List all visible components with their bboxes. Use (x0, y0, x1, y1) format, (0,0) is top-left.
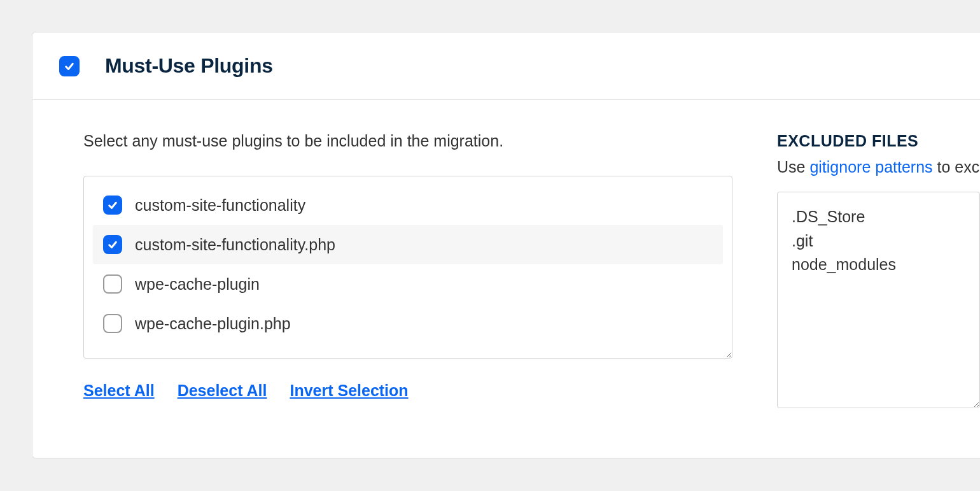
invert-selection-link[interactable]: Invert Selection (290, 381, 408, 400)
plugin-checkbox[interactable] (103, 235, 122, 254)
deselect-all-link[interactable]: Deselect All (178, 381, 267, 400)
plugin-checkbox[interactable] (103, 314, 122, 333)
panel-title: Must-Use Plugins (105, 54, 273, 78)
select-all-link[interactable]: Select All (83, 381, 155, 400)
section-toggle-checkbox[interactable] (59, 56, 80, 76)
plugin-label: wpe-cache-plugin (135, 275, 260, 294)
must-use-plugins-panel: Must-Use Plugins Select any must-use plu… (32, 32, 980, 459)
plugin-label: custom-site-functionality (135, 196, 305, 215)
excluded-desc-prefix: Use (777, 158, 809, 176)
plugin-checkbox[interactable] (103, 196, 122, 215)
gitignore-patterns-link[interactable]: gitignore patterns (809, 158, 932, 176)
plugin-list-inner: custom-site-functionalitycustom-site-fun… (84, 176, 732, 352)
panel-body: Select any must-use plugins to be includ… (32, 100, 980, 443)
excluded-desc-suffix: to exclu (933, 158, 980, 176)
plugin-row[interactable]: wpe-cache-plugin (93, 264, 723, 304)
panel-header: Must-Use Plugins (32, 32, 980, 100)
excluded-files-title: EXCLUDED FILES (777, 132, 980, 150)
selection-actions: Select All Deselect All Invert Selection (83, 381, 732, 400)
plugin-row[interactable]: wpe-cache-plugin.php (93, 304, 723, 343)
plugin-row[interactable]: custom-site-functionality.php (93, 225, 723, 264)
excluded-files-description: Use gitignore patterns to exclu (777, 158, 980, 176)
section-description: Select any must-use plugins to be includ… (83, 132, 732, 150)
plugin-label: custom-site-functionality.php (135, 236, 335, 254)
plugin-row[interactable]: custom-site-functionality (93, 185, 723, 225)
right-column: EXCLUDED FILES Use gitignore patterns to… (777, 132, 980, 411)
excluded-files-textarea[interactable] (777, 192, 980, 408)
plugin-checkbox[interactable] (103, 274, 122, 294)
left-column: Select any must-use plugins to be includ… (83, 132, 732, 411)
plugin-listbox[interactable]: custom-site-functionalitycustom-site-fun… (83, 176, 732, 359)
plugin-label: wpe-cache-plugin.php (135, 315, 291, 333)
